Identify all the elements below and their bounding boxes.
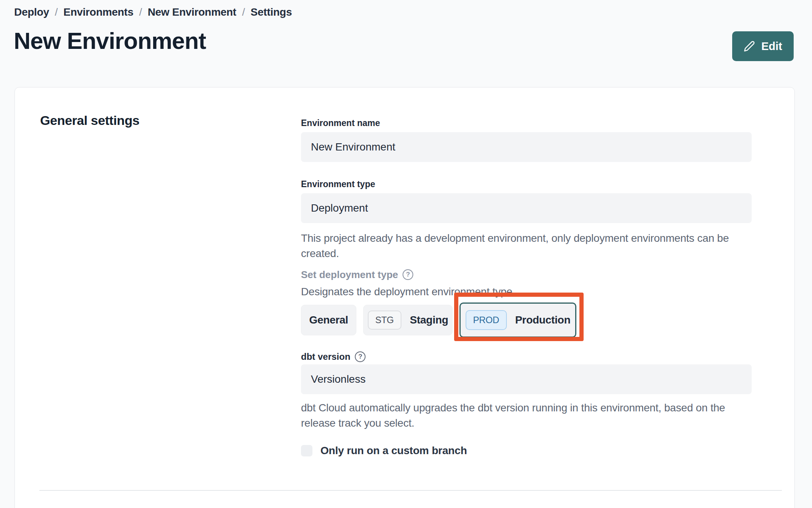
dbt-version-label: dbt version	[301, 351, 350, 362]
breadcrumb-deploy[interactable]: Deploy	[14, 6, 49, 18]
environment-type-label: Environment type	[301, 179, 752, 189]
breadcrumb-separator: /	[242, 6, 245, 18]
deployment-type-general-button[interactable]: General	[301, 305, 356, 335]
breadcrumb: Deploy / Environments / New Environment …	[14, 6, 292, 18]
environment-type-help-text: This project already has a development e…	[301, 231, 752, 261]
custom-branch-checkbox[interactable]	[301, 445, 312, 456]
set-deployment-type-label: Set deployment type	[301, 269, 398, 281]
breadcrumb-settings: Settings	[251, 6, 292, 18]
breadcrumb-separator: /	[139, 6, 142, 18]
custom-branch-row: Only run on a custom branch	[301, 445, 752, 457]
dbt-version-input[interactable]: Versionless	[301, 364, 752, 394]
deployment-type-options: General STG Staging PROD Production	[301, 303, 752, 338]
production-option-label: Production	[515, 314, 571, 326]
edit-button[interactable]: Edit	[732, 31, 794, 61]
set-deployment-type-label-row: Set deployment type ?	[301, 269, 752, 280]
breadcrumb-environments[interactable]: Environments	[63, 6, 133, 18]
dbt-version-help-text: dbt Cloud automatically upgrades the dbt…	[301, 400, 752, 431]
page-header: Deploy / Environments / New Environment …	[0, 0, 812, 87]
general-settings-heading: General settings	[40, 113, 139, 128]
breadcrumb-separator: /	[55, 6, 58, 18]
environment-name-input[interactable]: New Environment	[301, 132, 752, 162]
help-icon[interactable]: ?	[403, 269, 413, 280]
deployment-type-description: Designates the deployment environment ty…	[301, 284, 752, 299]
environment-type-input[interactable]: Deployment	[301, 193, 752, 223]
edit-button-label: Edit	[761, 40, 782, 53]
deployment-type-staging-button[interactable]: STG Staging	[363, 305, 453, 335]
custom-branch-label: Only run on a custom branch	[320, 445, 467, 457]
pencil-icon	[744, 40, 755, 52]
stg-badge: STG	[368, 311, 401, 330]
general-option-label: General	[309, 314, 348, 326]
section-divider	[39, 490, 782, 491]
deployment-type-production-button[interactable]: PROD Production	[459, 303, 576, 338]
prod-badge: PROD	[466, 310, 507, 330]
page-title: New Environment	[14, 28, 206, 54]
help-icon[interactable]: ?	[355, 351, 366, 362]
general-settings-card: General settings Environment name New En…	[15, 87, 795, 508]
environment-name-label: Environment name	[301, 118, 752, 128]
staging-option-label: Staging	[410, 314, 448, 326]
breadcrumb-new-environment[interactable]: New Environment	[148, 6, 236, 18]
settings-form: Environment name New Environment Environ…	[301, 118, 752, 457]
dbt-version-label-row: dbt version ?	[301, 351, 752, 362]
